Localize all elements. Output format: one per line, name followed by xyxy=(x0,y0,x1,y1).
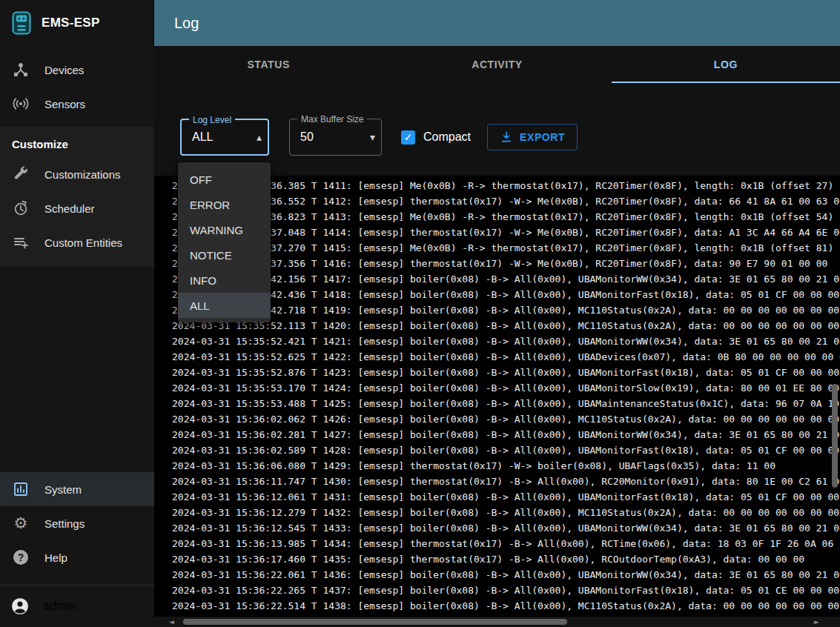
sidebar-item-devices[interactable]: Devices xyxy=(0,53,154,87)
log-line: 2024-03-31 15:36:02.281 T 1427: [emsesp]… xyxy=(172,427,840,442)
scroll-right-icon[interactable]: ► xyxy=(814,617,819,626)
app-logo-icon xyxy=(12,11,31,35)
log-line: 2024-03-31 15:35:42.436 T 1418: [emsesp]… xyxy=(172,287,840,302)
gear-icon: ⚙ xyxy=(12,514,30,532)
sensors-icon xyxy=(12,95,30,113)
log-line: 2024-03-31 15:36:22.061 T 1436: [emsesp]… xyxy=(172,567,840,583)
log-line: 2024-03-31 15:35:52.113 T 1420: [emsesp]… xyxy=(172,318,840,334)
account-circle-icon xyxy=(10,597,30,616)
menu-item-notice[interactable]: NOTICE xyxy=(178,242,271,268)
customize-section: Customize Customizations Scheduler xyxy=(0,127,154,267)
sidebar-item-custom-entities[interactable]: Custom Entities xyxy=(0,225,154,259)
customizations-icon xyxy=(12,165,30,183)
scheduler-icon xyxy=(12,199,30,217)
sidebar-item-sensors[interactable]: Sensors xyxy=(0,87,154,121)
sidebar-item-help[interactable]: ? Help xyxy=(0,540,154,574)
log-line: 2024-03-31 15:35:52.625 T 1422: [emsesp]… xyxy=(172,349,840,365)
tab-activity[interactable]: ACTIVITY xyxy=(383,46,611,83)
compact-checkbox-label: Compact xyxy=(423,130,471,144)
log-line: 2024-03-31 15:36:02.062 T 1426: [emsesp]… xyxy=(172,411,840,427)
sidebar-item-settings[interactable]: ⚙ Settings xyxy=(0,506,154,540)
tab-status[interactable]: STATUS xyxy=(154,46,383,83)
app-brand: EMS-ESP xyxy=(0,0,154,46)
export-button[interactable]: EXPORT xyxy=(487,124,578,150)
log-level-menu: OFF ERROR WARNING NOTICE INFO ALL xyxy=(178,162,271,322)
log-controls: Log Level ALL ▴ Max Buffer Size 50 ▾ ✓ C… xyxy=(180,119,578,156)
log-line: 2024-03-31 15:35:52.876 T 1423: [emsesp]… xyxy=(172,365,840,380)
log-line: 2024-03-31 15:35:42.718 T 1419: [emsesp]… xyxy=(172,302,840,318)
sidebar-item-label: Help xyxy=(44,551,67,564)
system-icon xyxy=(12,480,30,498)
log-panel: Log Level ALL ▴ Max Buffer Size 50 ▾ ✓ C… xyxy=(154,83,840,627)
horizontal-scrollbar-thumb[interactable] xyxy=(183,619,567,625)
log-line: 2024-03-31 15:35:36.823 T 1413: [emsesp]… xyxy=(172,209,840,225)
max-buffer-size-value: 50 xyxy=(300,130,314,144)
compact-checkbox[interactable]: ✓ Compact xyxy=(401,130,471,145)
sidebar-nav: Devices Sensors Customize Customizations xyxy=(0,53,154,267)
sidebar-item-customizations[interactable]: Customizations xyxy=(0,157,154,191)
log-line: 2024-03-31 15:35:53.488 T 1425: [emsesp]… xyxy=(172,396,840,411)
user-account-row[interactable]: admin xyxy=(0,585,154,627)
tab-bar: STATUS ACTIVITY LOG xyxy=(154,46,840,83)
user-name: admin xyxy=(43,600,76,613)
main: Log STATUS ACTIVITY LOG Log Level ALL ▴ … xyxy=(154,0,840,627)
log-line: 2024-03-31 15:36:12.279 T 1432: [emsesp]… xyxy=(172,505,840,520)
log-line: 2024-03-31 15:35:42.156 T 1417: [emsesp]… xyxy=(172,271,840,287)
log-line: 2024-03-31 15:35:36.385 T 1411: [emsesp]… xyxy=(172,178,840,193)
menu-item-off[interactable]: OFF xyxy=(178,167,271,192)
download-icon xyxy=(500,130,513,144)
log-level-select[interactable]: Log Level ALL ▴ xyxy=(180,119,269,156)
sidebar: EMS-ESP Devices Sensors Customize xyxy=(0,0,154,627)
sidebar-item-label: Custom Entities xyxy=(44,236,122,249)
log-line: 2024-03-31 15:36:02.589 T 1428: [emsesp]… xyxy=(172,442,840,458)
export-button-label: EXPORT xyxy=(520,131,565,143)
app-name: EMS-ESP xyxy=(42,16,100,30)
max-buffer-size-label: Max Buffer Size xyxy=(297,114,367,125)
custom-entities-icon xyxy=(12,233,30,251)
caret-down-icon: ▾ xyxy=(370,131,375,143)
sidebar-item-scheduler[interactable]: Scheduler xyxy=(0,191,154,225)
sidebar-item-label: Scheduler xyxy=(44,202,95,215)
log-line: 2024-03-31 15:36:13.985 T 1434: [emsesp]… xyxy=(172,536,840,551)
log-line: 2024-03-31 15:36:11.747 T 1430: [emsesp]… xyxy=(172,474,840,489)
sidebar-item-label: Customizations xyxy=(44,168,121,181)
menu-item-all[interactable]: ALL xyxy=(178,293,271,318)
menu-item-warning[interactable]: WARNING xyxy=(178,217,271,242)
log-line: 2024-03-31 15:35:36.552 T 1412: [emsesp]… xyxy=(172,193,840,209)
sidebar-item-label: System xyxy=(44,483,82,496)
scroll-left-icon[interactable]: ◄ xyxy=(169,617,174,626)
horizontal-scrollbar[interactable]: ◄ ► xyxy=(154,617,840,627)
log-line: 2024-03-31 15:36:22.514 T 1438: [emsesp]… xyxy=(172,598,840,614)
log-line: 2024-03-31 15:36:22.265 T 1437: [emsesp]… xyxy=(172,583,840,598)
menu-item-info[interactable]: INFO xyxy=(178,268,271,293)
vertical-scrollbar-thumb[interactable] xyxy=(832,384,838,488)
customize-section-label: Customize xyxy=(0,127,154,157)
log-line: 2024-03-31 15:35:37.356 T 1416: [emsesp]… xyxy=(172,256,840,271)
log-line: 2024-03-31 15:36:12.061 T 1431: [emsesp]… xyxy=(172,489,840,505)
log-line: 2024-03-31 15:35:37.048 T 1414: [emsesp]… xyxy=(172,225,840,240)
log-line: 2024-03-31 15:36:06.080 T 1429: [emsesp]… xyxy=(172,458,840,474)
devices-icon xyxy=(12,61,30,79)
log-line: 2024-03-31 15:35:37.270 T 1415: [emsesp]… xyxy=(172,240,840,256)
max-buffer-size-select[interactable]: Max Buffer Size 50 ▾ xyxy=(289,119,382,156)
sidebar-bottom: System ⚙ Settings ? Help admin xyxy=(0,472,154,627)
checkbox-checked-icon[interactable]: ✓ xyxy=(401,130,415,145)
page-title: Log xyxy=(174,15,199,32)
log-level-select-label: Log Level xyxy=(189,115,235,125)
help-icon: ? xyxy=(13,550,28,565)
log-level-select-value: ALL xyxy=(192,130,213,144)
caret-up-icon: ▴ xyxy=(257,131,262,143)
log-line: 2024-03-31 15:36:17.460 T 1435: [emsesp]… xyxy=(172,551,840,567)
menu-item-error[interactable]: ERROR xyxy=(178,192,271,217)
app-root: EMS-ESP Devices Sensors Customize xyxy=(0,0,840,627)
sidebar-item-label: Sensors xyxy=(44,98,85,110)
sidebar-item-label: Devices xyxy=(44,64,84,76)
sidebar-item-label: Settings xyxy=(44,517,85,530)
log-line: 2024-03-31 15:36:12.545 T 1433: [emsesp]… xyxy=(172,520,840,536)
appbar: Log xyxy=(154,0,840,46)
log-line: 2024-03-31 15:35:52.421 T 1421: [emsesp]… xyxy=(172,334,840,349)
sidebar-item-system[interactable]: System xyxy=(0,472,154,506)
log-line: 2024-03-31 15:35:53.170 T 1424: [emsesp]… xyxy=(172,380,840,396)
tab-log[interactable]: LOG xyxy=(612,46,840,83)
